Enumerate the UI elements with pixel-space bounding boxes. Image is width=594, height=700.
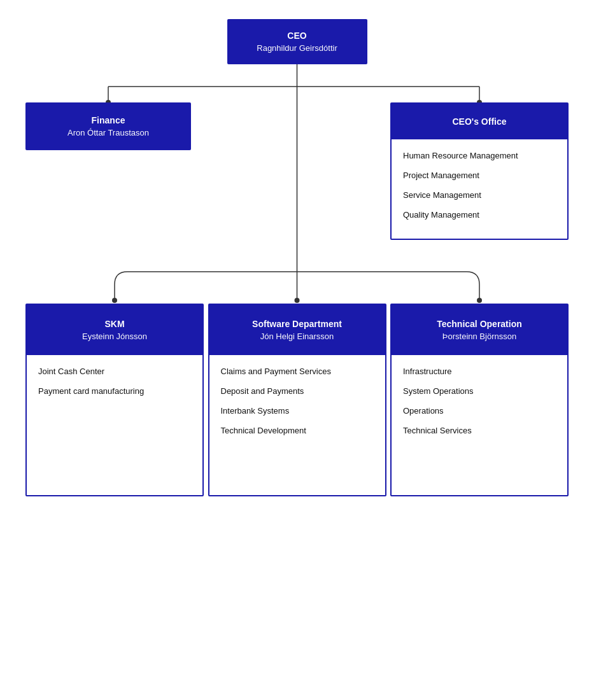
finance-title: Finance: [37, 115, 180, 125]
software-header: Software Department Jón Helgi Einarsson: [209, 305, 385, 355]
ceo-name: Ragnhildur Geirsdóttir: [240, 43, 355, 53]
software-item-3: Interbank Systems: [221, 406, 374, 416]
tech-op-name: Þorsteinn Björnsson: [403, 332, 556, 341]
ceo-office-body: Human Resource Management Project Manage…: [392, 139, 567, 239]
tech-op-item-2: System Operations: [403, 386, 556, 396]
skm-item-1: Joint Cash Center: [38, 367, 191, 376]
software-item-2: Deposit and Payments: [221, 386, 374, 396]
tech-op-box: Technical Operation Þorsteinn Björnsson …: [390, 304, 569, 496]
software-name: Jón Helgi Einarsson: [221, 332, 374, 341]
skm-title: SKM: [38, 319, 191, 329]
ceo-office-item-4: Quality Management: [403, 210, 556, 220]
software-item-4: Technical Development: [221, 426, 374, 435]
finance-name: Aron Óttar Traustason: [37, 128, 180, 137]
skm-header: SKM Eysteinn Jónsson: [27, 305, 202, 355]
tech-op-item-1: Infrastructure: [403, 367, 556, 376]
tech-op-item-4: Technical Services: [403, 426, 556, 435]
software-item-1: Claims and Payment Services: [221, 367, 374, 376]
ceo-office-item-3: Service Management: [403, 190, 556, 200]
skm-name: Eysteinn Jónsson: [38, 332, 191, 341]
ceo-box: CEO Ragnhildur Geirsdóttir: [227, 19, 367, 64]
tech-op-item-3: Operations: [403, 406, 556, 416]
ceo-office-item-1: Human Resource Management: [403, 151, 556, 160]
software-body: Claims and Payment Services Deposit and …: [209, 355, 385, 495]
tech-op-title: Technical Operation: [403, 319, 556, 329]
ceo-office-box: CEO's Office Human Resource Management P…: [390, 102, 569, 240]
skm-box: SKM Eysteinn Jónsson Joint Cash Center P…: [25, 304, 204, 496]
skm-body: Joint Cash Center Payment card manufactu…: [27, 355, 202, 495]
tech-op-body: Infrastructure System Operations Operati…: [392, 355, 567, 495]
ceo-office-header: CEO's Office: [392, 104, 567, 139]
skm-item-2: Payment card manufacturing: [38, 386, 191, 396]
tech-op-header: Technical Operation Þorsteinn Björnsson: [392, 305, 567, 355]
ceo-title: CEO: [240, 31, 355, 41]
finance-box: Finance Aron Óttar Traustason: [25, 102, 191, 150]
software-title: Software Department: [221, 319, 374, 329]
software-box: Software Department Jón Helgi Einarsson …: [208, 304, 386, 496]
ceo-office-item-2: Project Management: [403, 171, 556, 180]
